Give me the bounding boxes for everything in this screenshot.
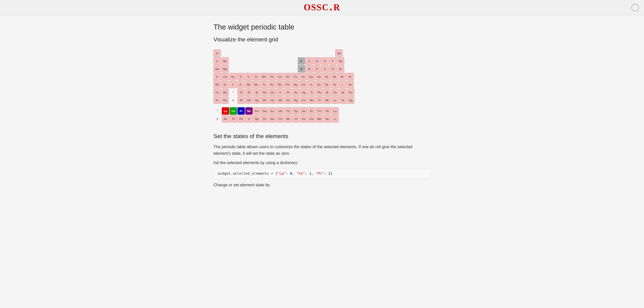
element-Ds[interactable]: Ds <box>284 96 292 104</box>
element-Rh[interactable]: Rh <box>276 81 283 88</box>
element-Lv[interactable]: Lv <box>331 96 339 104</box>
element-I[interactable]: I <box>339 81 346 88</box>
element-Ra[interactable]: Ra <box>221 96 229 104</box>
element-H[interactable]: H <box>213 49 221 57</box>
element-Ar[interactable]: Ar <box>337 65 344 72</box>
element-Tm[interactable]: Tm <box>316 107 323 115</box>
element-Pm[interactable]: Pm <box>253 107 260 115</box>
element-Ta[interactable]: Ta <box>245 89 253 96</box>
element-Sb[interactable]: Sb <box>323 81 330 88</box>
element-Ga[interactable]: Ga <box>307 73 315 80</box>
element-Md[interactable]: Md <box>316 115 323 122</box>
element-Tc[interactable]: Tc <box>260 81 268 88</box>
element-Ba[interactable]: Ba <box>221 89 229 96</box>
element-Mt[interactable]: Mt <box>277 96 284 104</box>
element-Br[interactable]: Br <box>339 73 346 80</box>
element-Zn[interactable]: Zn <box>300 73 307 80</box>
element-Rb[interactable]: Rb <box>213 81 221 88</box>
element-Bh[interactable]: Bh <box>261 96 268 104</box>
element-V[interactable]: V <box>245 73 252 80</box>
element-In[interactable]: In <box>307 81 315 88</box>
element-Be[interactable]: Be <box>221 57 229 65</box>
element-He[interactable]: He <box>335 49 343 57</box>
element-Es[interactable]: Es <box>300 115 307 122</box>
element-Nd[interactable]: Nd <box>245 107 253 115</box>
element-Np[interactable]: Np <box>253 115 260 122</box>
element-La[interactable]: La <box>222 107 229 115</box>
element-Tl[interactable]: Tl <box>308 89 315 96</box>
element-B[interactable]: B <box>298 57 305 65</box>
element-Eu[interactable]: Eu <box>269 107 276 115</box>
element-Pu[interactable]: Pu <box>261 115 268 122</box>
element-Th[interactable]: Th <box>230 115 237 122</box>
element-U[interactable]: U <box>245 115 253 122</box>
element-W[interactable]: W <box>253 89 260 96</box>
element-Te[interactable]: Te <box>331 81 338 88</box>
element-Bk[interactable]: Bk <box>284 115 292 122</box>
element-Cd[interactable]: Cd <box>300 81 307 88</box>
element-Pr[interactable]: Pr <box>237 107 245 115</box>
element-Cu[interactable]: Cu <box>292 73 299 80</box>
element-Se[interactable]: Se <box>331 73 338 80</box>
element-Y[interactable]: Y <box>229 81 236 88</box>
element-Cs[interactable]: Cs <box>213 89 221 96</box>
element-Lu[interactable]: Lu <box>331 107 339 115</box>
element-Na[interactable]: Na <box>213 65 221 72</box>
element-Zr[interactable]: Zr <box>237 81 244 88</box>
element-Nh[interactable]: Nh <box>308 96 315 104</box>
element-Hg[interactable]: Hg <box>300 89 307 96</box>
element-Cn[interactable]: Cn <box>300 96 307 104</box>
element-Cm[interactable]: Cm <box>277 115 284 122</box>
element-Ni[interactable]: Ni <box>284 73 291 80</box>
element-No[interactable]: No <box>324 115 331 122</box>
element-Mc[interactable]: Mc <box>324 96 331 104</box>
element-Ho[interactable]: Ho <box>300 107 307 115</box>
element-Am[interactable]: Am <box>269 115 276 122</box>
element-Pb[interactable]: Pb <box>316 89 323 96</box>
element-Os[interactable]: Os <box>269 89 276 96</box>
record-button[interactable] <box>631 4 639 11</box>
element-Fl[interactable]: Fl <box>316 96 323 104</box>
element-Hs[interactable]: Hs <box>269 96 276 104</box>
element-Fm[interactable]: Fm <box>308 115 315 122</box>
element-Sm[interactable]: Sm <box>261 107 268 115</box>
element-At[interactable]: At <box>339 89 346 96</box>
element-Mo[interactable]: Mo <box>253 81 260 88</box>
element-Hf[interactable]: Hf <box>237 89 245 96</box>
element-Al[interactable]: Al <box>298 65 305 72</box>
element-Sr[interactable]: Sr <box>221 81 229 88</box>
element-Ru[interactable]: Ru <box>268 81 276 88</box>
element-Ac[interactable]: Ac <box>222 115 229 122</box>
element-Ge[interactable]: Ge <box>315 73 323 80</box>
element-O[interactable]: O <box>321 57 329 65</box>
element-Co[interactable]: Co <box>276 73 283 80</box>
element-K[interactable]: K <box>213 73 221 80</box>
element-Pd[interactable]: Pd <box>284 81 291 88</box>
element-Pa[interactable]: Pa <box>237 115 245 122</box>
element-F[interactable]: F <box>329 57 336 65</box>
element-Rg[interactable]: Rg <box>292 96 300 104</box>
element-Li[interactable]: Li <box>213 57 221 65</box>
element-Ca[interactable]: Ca <box>221 73 229 80</box>
element-Ts[interactable]: Ts <box>339 96 346 104</box>
element-Db[interactable]: Db <box>245 96 253 104</box>
element-Cr[interactable]: Cr <box>253 73 260 80</box>
element-Lr[interactable]: Lr <box>331 115 339 122</box>
element-Ag[interactable]: Ag <box>292 81 299 88</box>
element-Ce[interactable]: Ce <box>230 107 237 115</box>
element-Mg[interactable]: Mg <box>221 65 229 72</box>
element-Au[interactable]: Au <box>292 89 300 96</box>
element-Ne[interactable]: Ne <box>337 57 344 65</box>
element-Xe[interactable]: Xe <box>346 81 354 88</box>
element-Sn[interactable]: Sn <box>315 81 323 88</box>
element-Ti[interactable]: Ti <box>237 73 244 80</box>
element-C[interactable]: C <box>306 57 313 65</box>
element-As[interactable]: As <box>323 73 330 80</box>
element-Sg[interactable]: Sg <box>253 96 260 104</box>
element-Gd[interactable]: Gd <box>277 107 284 115</box>
element-Fr[interactable]: Fr <box>213 96 221 104</box>
element-Sc[interactable]: Sc <box>229 73 236 80</box>
element-Cf[interactable]: Cf <box>292 115 300 122</box>
element-Rf[interactable]: Rf <box>237 96 245 104</box>
element-Dy[interactable]: Dy <box>292 107 300 115</box>
